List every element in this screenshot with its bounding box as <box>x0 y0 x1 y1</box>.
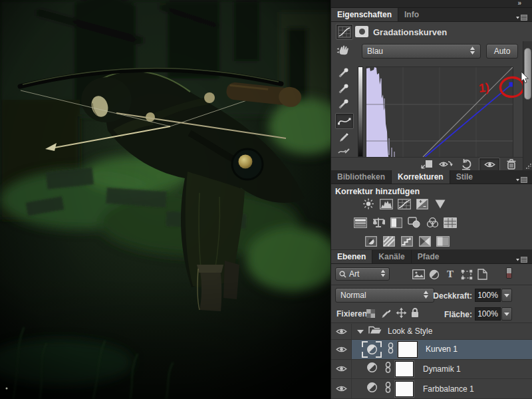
archer-photo <box>0 0 331 399</box>
layer-filter-kind-select[interactable]: Art <box>335 267 390 281</box>
smart-object-filter-icon[interactable] <box>477 268 488 281</box>
tab-ebenen[interactable]: Ebenen <box>331 250 372 263</box>
stepper-icon <box>380 269 386 279</box>
edit-points-tool-icon[interactable] <box>335 113 354 129</box>
type-layer-filter-icon[interactable]: T <box>445 267 456 281</box>
fill-dropdown-button[interactable] <box>501 307 512 321</box>
visibility-eye-icon[interactable] <box>331 324 352 339</box>
adjustments-tabbar: Bibliotheken Korrekturen Stile <box>331 170 532 184</box>
adjustment-icon-hue-saturation[interactable] <box>354 217 367 228</box>
adjustment-icon-photo-filter[interactable] <box>408 217 421 228</box>
lock-pixels-icon[interactable] <box>380 307 391 319</box>
adjustment-icon-brightness-contrast[interactable] <box>362 198 375 209</box>
layer-mask-thumbnail[interactable] <box>395 361 414 377</box>
clip-to-layer-icon[interactable] <box>420 158 434 170</box>
layer-name: Dynamik 1 <box>423 364 461 374</box>
delete-adjustment-icon[interactable] <box>505 158 518 171</box>
type-glyph: T <box>447 269 454 280</box>
channel-select[interactable]: Blau <box>362 44 481 59</box>
fill-value[interactable]: 100% <box>475 307 501 321</box>
adjustment-icon-selective-color[interactable] <box>436 235 450 247</box>
blend-mode-value: Normal <box>340 291 366 300</box>
visibility-eye-icon[interactable] <box>331 379 352 398</box>
mask-link-icon[interactable] <box>388 342 394 356</box>
adjustment-icon-color-lookup[interactable] <box>444 217 457 228</box>
adjustments-panel-menu-icon[interactable] <box>516 174 527 181</box>
adjustment-icon-black-white[interactable] <box>390 217 403 228</box>
lock-label: Fixieren: <box>336 309 370 319</box>
layer-mask-chip-icon[interactable] <box>355 26 368 37</box>
blend-mode-select[interactable]: Normal <box>335 288 434 303</box>
opacity-value[interactable]: 100% <box>475 289 501 302</box>
stepper-icon <box>469 46 475 57</box>
layer-row-farbbalance[interactable]: Farbbalance 1 <box>331 379 532 399</box>
mask-link-icon[interactable] <box>385 362 391 376</box>
panel-resize-grip[interactable] <box>525 163 531 169</box>
adjustment-layer-icon-selected[interactable] <box>362 341 382 358</box>
layer-row-group[interactable]: Look & Style <box>331 324 532 340</box>
view-previous-state-icon[interactable] <box>438 158 454 170</box>
pencil-tool-icon[interactable] <box>337 131 350 144</box>
layer-row-kurven[interactable]: Kurven 1 <box>331 340 532 360</box>
adjustment-icon-levels[interactable] <box>380 198 393 209</box>
adjustment-icon-posterize[interactable] <box>382 235 396 247</box>
layer-name: Farbbalance 1 <box>423 384 474 394</box>
visibility-toggle-icon[interactable] <box>479 158 500 172</box>
properties-tabbar: Eigenschaften Info <box>331 8 532 22</box>
filter-toggle[interactable] <box>506 267 512 279</box>
adjustment-icon-invert[interactable] <box>364 235 378 247</box>
lock-all-icon[interactable] <box>410 307 420 319</box>
mask-link-icon[interactable] <box>385 382 391 396</box>
collapse-panels-icon[interactable]: » <box>517 0 521 7</box>
adjustment-icon-channel-mixer[interactable] <box>426 217 439 228</box>
auto-button[interactable]: Auto <box>486 44 518 59</box>
eyedropper-white-point-icon[interactable] <box>337 97 350 110</box>
adjustments-panel: Korrektur hinzufügen <box>331 184 532 250</box>
opacity-dropdown-button[interactable] <box>501 289 512 302</box>
shape-layer-filter-icon[interactable] <box>460 269 473 280</box>
adjustment-icon-exposure[interactable] <box>416 198 429 209</box>
visibility-eye-icon[interactable] <box>331 360 352 379</box>
properties-scrollbar[interactable] <box>523 41 532 170</box>
adjustment-layer-icon[interactable] <box>366 382 378 396</box>
layer-filter-row: Art T <box>331 264 532 285</box>
pixel-layer-filter-icon[interactable] <box>412 269 425 280</box>
group-expand-triangle-icon[interactable] <box>357 325 364 337</box>
lock-transparency-icon[interactable] <box>366 309 375 318</box>
adjustment-icon-gradient-map[interactable] <box>418 235 432 247</box>
tab-eigenschaften[interactable]: Eigenschaften <box>331 8 398 21</box>
layers-panel-menu-icon[interactable] <box>516 254 527 261</box>
panel-top-strip: » <box>331 0 532 8</box>
eyedropper-black-point-icon[interactable] <box>337 66 350 79</box>
layer-mask-thumbnail[interactable] <box>395 381 414 397</box>
layer-row-dynamik[interactable]: Dynamik 1 <box>331 360 532 380</box>
lock-position-icon[interactable] <box>395 307 407 319</box>
reset-icon[interactable] <box>460 158 473 171</box>
properties-panel-menu-icon[interactable] <box>516 12 527 19</box>
tab-pfade[interactable]: Pfade <box>412 250 446 263</box>
adjustment-icon-vibrance[interactable] <box>434 198 447 209</box>
layer-mask-thumbnail[interactable] <box>398 341 418 358</box>
document-canvas[interactable] <box>0 0 331 399</box>
annotation-circle <box>499 76 525 98</box>
adjustment-icon-color-balance[interactable] <box>372 217 385 228</box>
targeted-adjustment-icon[interactable] <box>335 43 352 58</box>
adjustment-layer-filter-icon[interactable] <box>428 269 440 280</box>
tab-bibliotheken[interactable]: Bibliotheken <box>331 170 392 184</box>
adjustment-icon-threshold[interactable] <box>400 235 414 247</box>
opacity-label: Deckkraft: <box>433 291 472 301</box>
layer-name: Look & Style <box>388 327 432 336</box>
layers-tabbar: Ebenen Kanäle Pfade <box>331 250 532 264</box>
tab-info[interactable]: Info <box>398 8 425 21</box>
properties-scrollbar-thumb[interactable] <box>524 48 531 100</box>
eyedropper-gray-point-icon[interactable] <box>337 82 350 95</box>
visibility-eye-icon[interactable] <box>331 340 352 359</box>
lock-row: Fixieren: Fläche: 100% <box>331 304 532 323</box>
adjustment-layer-icon[interactable] <box>366 362 378 376</box>
smooth-curve-tool-icon[interactable] <box>337 146 350 156</box>
tab-stile[interactable]: Stile <box>450 170 479 184</box>
curve-output-gradient <box>358 66 363 157</box>
tab-korrekturen[interactable]: Korrekturen <box>392 170 450 184</box>
adjustment-icon-curves[interactable] <box>398 198 411 209</box>
tab-kanaele[interactable]: Kanäle <box>372 250 411 263</box>
